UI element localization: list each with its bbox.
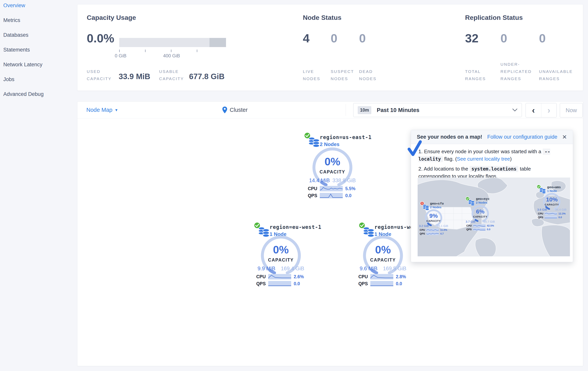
region-us-east-1: region=us-east-1 2 Nodes 0% CAPACITY 14.…: [301, 131, 383, 213]
gauge-capacity-label: CAPACITY: [545, 203, 559, 206]
unavailable-count: 0: [539, 31, 546, 45]
node-map-preview-image: geo=sfo 2 Nodes 9% CAPACITY 3.2 GiB35.1 …: [418, 177, 570, 257]
capacity-bar-reserved-segment: [210, 38, 226, 47]
sidebar-item-metrics[interactable]: Metrics: [0, 13, 77, 28]
dead-nodes-count: 0: [359, 31, 366, 45]
configuration-guide-link[interactable]: Follow our configuration guide: [487, 134, 557, 140]
node-map-setup-popup: See your nodes on a map! Follow our conf…: [411, 130, 573, 262]
gauge-percent: 10%: [546, 196, 558, 203]
sidebar-item-jobs[interactable]: Jobs: [0, 72, 77, 87]
qps-sparkline: [268, 281, 291, 286]
system-locations-code: system.locations: [470, 166, 518, 172]
sidebar-item-databases[interactable]: Databases: [0, 28, 77, 42]
gauge-percent: 0%: [325, 155, 340, 168]
qps-row: QPS 0.0: [301, 193, 364, 198]
time-range-selector[interactable]: 10m Past 10 Minutes: [353, 103, 522, 117]
region-name: region=us-east-1: [320, 134, 371, 140]
preview-region-ams: geo=ams 1 Node 10% CAPACITY 3.6 GiB34.4 …: [418, 177, 570, 257]
close-icon[interactable]: ✕: [562, 134, 567, 140]
sidebar-item-statements[interactable]: Statements: [0, 42, 77, 57]
under-replicated-label: UNDER-REPLICATEDRANGES: [501, 61, 532, 82]
time-pager: ‹ ›: [525, 103, 557, 117]
used-capacity-label: USEDCAPACITY: [87, 68, 111, 82]
total-ranges-count: 32: [465, 31, 479, 45]
cpu-sparkline: [268, 274, 291, 279]
gauge-capacity-label: CAPACITY: [370, 258, 396, 263]
qps-sparkline: [545, 216, 557, 219]
replication-status-title: Replication Status: [465, 14, 523, 21]
time-prev-button[interactable]: ‹: [526, 103, 541, 117]
location-pin-icon: [222, 106, 227, 113]
cpu-sparkline: [545, 212, 557, 215]
caret-down-icon: ▾: [115, 108, 117, 113]
qps-row: QPS 0.0: [250, 281, 312, 286]
capacity-tick: [171, 50, 171, 52]
time-range-badge: 10m: [358, 106, 371, 114]
preview-region-name: geo=ams: [547, 185, 561, 189]
capacity-tick-label-400: 400 GiB: [163, 53, 180, 59]
suspect-nodes-label: SUSPECTNODES: [331, 68, 354, 82]
capacity-tick-label-0: 0 GiB: [115, 53, 126, 59]
capacity-bar: [119, 38, 226, 47]
now-button[interactable]: Now: [560, 103, 583, 117]
sidebar-item-overview[interactable]: Overview: [0, 0, 77, 13]
live-nodes-label: LIVENODES: [303, 68, 320, 82]
toolbar-divider: [346, 104, 346, 116]
gauge-percent: 0%: [273, 243, 289, 256]
sidebar-nav: Overview Metrics Databases Statements Ne…: [0, 0, 77, 102]
db-console-overview-page: Overview Metrics Databases Statements Ne…: [0, 0, 588, 371]
live-nodes-count: 4: [303, 31, 309, 45]
total-ranges-label: TOTALRANGES: [465, 68, 486, 82]
view-selector-dropdown[interactable]: Node Map ▾: [86, 102, 117, 118]
capacity-percent: 0.0%: [87, 31, 114, 45]
breadcrumb[interactable]: Cluster: [222, 102, 248, 118]
capacity-tick: [119, 50, 120, 52]
preview-region-nodes: 1 Node: [547, 189, 557, 193]
cpu-row: CPU 2.8%: [352, 274, 414, 279]
capacity-tick: [145, 50, 146, 52]
capacity-tick: [197, 50, 197, 52]
time-range-label: Past 10 Minutes: [377, 107, 419, 113]
cpu-row: CPU 12.3%: [534, 212, 569, 215]
gauge-capacity-label: CAPACITY: [268, 258, 294, 263]
node-map-toolbar: Node Map ▾ Cluster 10m Past 10 Minutes ‹…: [77, 102, 583, 118]
qps-sparkline: [370, 281, 393, 286]
suspect-nodes-count: 0: [331, 31, 337, 45]
used-capacity-value: 33.9 MiB: [119, 72, 150, 81]
capacity-values: 3.6 GiB34.4 GiB: [537, 208, 567, 211]
time-next-button[interactable]: ›: [541, 103, 557, 117]
region-nodes-link[interactable]: 2 Nodes: [320, 141, 339, 147]
cpu-sparkline: [320, 186, 343, 191]
capacity-values: 14.4 MiB338.9 GiB: [309, 177, 356, 184]
region-name: region=eu-west-1: [270, 224, 321, 230]
node-status-title: Node Status: [303, 14, 341, 21]
qps-sparkline: [320, 193, 343, 198]
qps-row: QPS 0.0: [352, 281, 414, 286]
capacity-values: 9.9 MiB169.4 GiB: [258, 266, 304, 272]
under-replicated-count: 0: [501, 31, 507, 45]
gauge-percent: 0%: [375, 243, 391, 256]
cpu-row: CPU 5.5%: [301, 186, 364, 191]
usable-capacity-label: USABLECAPACITY: [159, 68, 184, 82]
cpu-row: CPU 2.6%: [250, 274, 312, 279]
region-eu-west-1: region=eu-west-1 1 Node 0% CAPACITY 9.9 …: [246, 221, 328, 302]
gauge-capacity-label: CAPACITY: [320, 169, 345, 175]
sidebar-item-network-latency[interactable]: Network Latency: [0, 57, 77, 72]
popup-header: See your nodes on a map! Follow our conf…: [411, 130, 573, 144]
chevron-down-icon: [512, 109, 517, 112]
cluster-summary-panel: Capacity Usage 0.0% 0 GiB 400 GiB USEDCA…: [77, 4, 583, 91]
usable-capacity-value: 677.8 GiB: [189, 72, 224, 81]
setup-step-1: 1. Ensure every node in your cluster was…: [418, 148, 562, 163]
sidebar-item-advanced-debug[interactable]: Advanced Debug: [0, 87, 77, 102]
dead-nodes-label: DEADNODES: [359, 68, 377, 82]
cpu-sparkline: [370, 274, 393, 279]
capacity-usage-title: Capacity Usage: [87, 14, 136, 21]
capacity-values: 9.6 MiB169.5 GiB: [360, 266, 406, 272]
unavailable-label: UNAVAILABLERANGES: [539, 68, 573, 82]
popup-title: See your nodes on a map!: [417, 134, 482, 140]
sidebar: Overview Metrics Databases Statements Ne…: [0, 0, 77, 371]
locality-tree-link[interactable]: See current locality tree: [457, 156, 510, 162]
qps-row: QPS 0.0: [534, 216, 569, 219]
